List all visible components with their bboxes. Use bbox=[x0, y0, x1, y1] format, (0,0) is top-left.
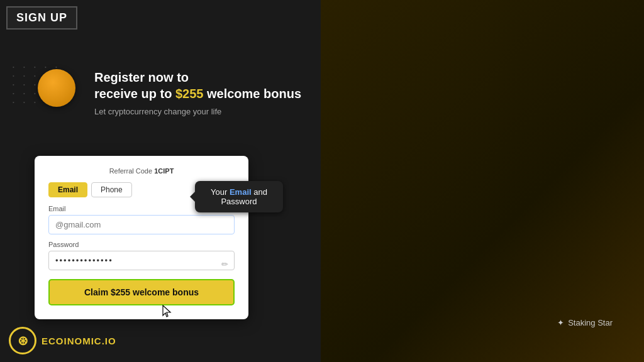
left-panel: • • • • •• • • • •• • • • •• • • • •• • … bbox=[0, 0, 321, 362]
hero-subtitle: Let cryptocurrency change your life bbox=[94, 107, 301, 116]
right-bg bbox=[321, 0, 644, 362]
logo-circle-icon: ⊛ bbox=[9, 327, 36, 354]
email-tab[interactable]: Email bbox=[48, 182, 87, 197]
claim-button[interactable]: Claim $255 welcome bonus bbox=[48, 279, 235, 305]
registration-form: Referral Code 1CIPT Email Phone Email Pa… bbox=[35, 156, 248, 319]
phone-tab[interactable]: Phone bbox=[91, 182, 132, 197]
right-panel: 5 yo I am not a robot × I'm not a robot bbox=[321, 0, 644, 362]
staking-star: ✦ Staking Star bbox=[557, 318, 613, 327]
bottom-logo: ⊛ ECOINOMIC.IO bbox=[9, 327, 116, 354]
logo-text: ECOINOMIC.IO bbox=[42, 336, 116, 346]
password-label: Password bbox=[48, 241, 235, 248]
hero-section: Register now to receive up to $255 welco… bbox=[38, 69, 314, 116]
coin-image bbox=[38, 69, 75, 107]
eye-icon[interactable]: ✏ bbox=[221, 259, 228, 268]
referral-code: Referral Code 1CIPT bbox=[48, 167, 235, 175]
password-input[interactable] bbox=[48, 251, 235, 270]
hero-text: Register now to receive up to $255 welco… bbox=[94, 69, 301, 116]
staking-star-label: Staking Star bbox=[568, 318, 613, 327]
tooltip-bubble: Your Email and Password bbox=[195, 181, 283, 212]
hero-title: Register now to receive up to $255 welco… bbox=[94, 69, 301, 102]
signup-badge: SIGN UP bbox=[6, 6, 77, 30]
staking-star-icon: ✦ bbox=[557, 318, 564, 327]
password-wrap: ✏ bbox=[48, 251, 235, 277]
email-input[interactable] bbox=[48, 215, 235, 234]
